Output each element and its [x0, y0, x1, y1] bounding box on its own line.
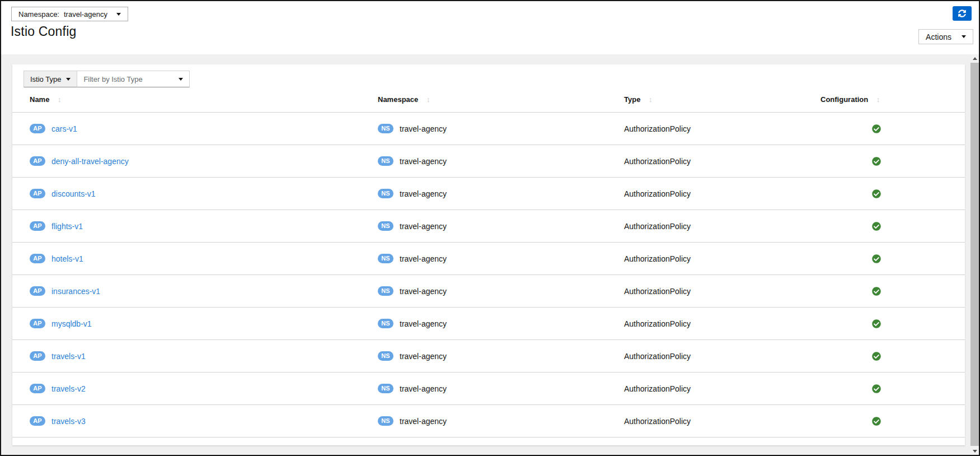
namespace-value: travel-agency	[400, 157, 447, 166]
config-type: AuthorizationPolicy	[624, 275, 820, 308]
config-type: AuthorizationPolicy	[624, 113, 820, 145]
page-title: Istio Config	[11, 24, 76, 39]
table-row: AP discounts-v1 NS travel-agency Authori…	[12, 178, 965, 210]
namespace-badge: NS	[378, 124, 393, 133]
config-name-link[interactable]: mysqldb-v1	[51, 319, 92, 328]
istio-type-badge: AP	[30, 189, 45, 198]
sync-icon	[958, 10, 966, 17]
check-circle-icon	[872, 384, 965, 393]
config-name-link[interactable]: hotels-v1	[51, 254, 83, 263]
config-name-link[interactable]: insurances-v1	[51, 287, 100, 296]
table-row: AP hotels-v1 NS travel-agency Authorizat…	[12, 243, 965, 275]
table-row: AP travels-v3 NS travel-agency Authoriza…	[12, 405, 965, 438]
namespace-value: travel-agency	[400, 124, 447, 133]
config-type: AuthorizationPolicy	[624, 243, 820, 275]
namespace-value: travel-agency	[400, 222, 447, 231]
filter-toolbar: Istio Type Filter by Istio Type	[12, 64, 965, 87]
check-circle-icon	[872, 417, 965, 426]
page-header: Namespace: travel-agency Istio Config Ac…	[1, 1, 979, 54]
check-circle-icon	[872, 254, 965, 263]
namespace-value: travel-agency	[400, 287, 447, 296]
config-name-link[interactable]: flights-v1	[51, 222, 83, 231]
namespace-value: travel-agency	[400, 384, 447, 393]
config-type: AuthorizationPolicy	[624, 340, 820, 373]
check-circle-icon	[872, 222, 965, 231]
istio-type-filter-select[interactable]: Filter by Istio Type	[77, 71, 190, 87]
istio-type-badge: AP	[30, 124, 45, 133]
app-window: Namespace: travel-agency Istio Config Ac…	[0, 0, 980, 456]
config-name-link[interactable]: cars-v1	[51, 124, 77, 133]
check-circle-icon	[872, 287, 965, 296]
namespace-badge: NS	[378, 156, 393, 166]
column-header-configuration[interactable]: Configuration ↕	[820, 87, 965, 113]
istio-type-dropdown-label: Istio Type	[30, 75, 61, 83]
istio-type-dropdown[interactable]: Istio Type	[24, 71, 77, 87]
istio-type-badge: AP	[30, 416, 45, 426]
config-type: AuthorizationPolicy	[624, 308, 820, 340]
config-type: AuthorizationPolicy	[624, 210, 820, 243]
caret-down-icon	[116, 13, 121, 16]
istio-config-card: Istio Type Filter by Istio Type Name ↕	[12, 64, 965, 445]
namespace-selector-value: travel-agency	[64, 10, 107, 18]
sort-both-icon[interactable]: ↕	[426, 95, 430, 104]
istio-type-badge: AP	[30, 156, 45, 166]
check-circle-icon	[872, 189, 965, 198]
caret-down-icon	[962, 35, 966, 38]
actions-dropdown[interactable]: Actions	[918, 29, 973, 44]
page-body: Istio Type Filter by Istio Type Name ↕	[1, 54, 979, 455]
sort-both-icon[interactable]: ↕	[649, 95, 653, 104]
namespace-badge: NS	[378, 351, 393, 361]
istio-type-badge: AP	[30, 384, 45, 393]
vertical-scrollbar[interactable]	[970, 54, 979, 455]
column-header-namespace[interactable]: Namespace ↕	[378, 87, 624, 113]
refresh-button[interactable]	[953, 6, 972, 21]
scroll-down-arrow[interactable]	[970, 447, 979, 455]
column-header-type[interactable]: Type ↕	[624, 87, 820, 113]
namespace-value: travel-agency	[400, 319, 447, 328]
table-row: AP mysqldb-v1 NS travel-agency Authoriza…	[12, 308, 965, 340]
check-circle-icon	[872, 319, 965, 328]
column-header-name[interactable]: Name ↕	[12, 87, 378, 113]
istio-config-table: Name ↕ Namespace ↕ Type ↕ Configuratio	[12, 87, 965, 438]
check-circle-icon	[872, 124, 965, 133]
table-row: AP cars-v1 NS travel-agency Authorizatio…	[12, 113, 965, 145]
filter-placeholder: Filter by Istio Type	[83, 75, 142, 83]
actions-dropdown-label: Actions	[926, 32, 951, 41]
namespace-badge: NS	[378, 384, 393, 393]
istio-type-badge: AP	[30, 254, 45, 263]
config-name-link[interactable]: travels-v2	[51, 384, 86, 393]
table-row: AP insurances-v1 NS travel-agency Author…	[12, 275, 965, 308]
check-circle-icon	[872, 352, 965, 361]
table-row: AP deny-all-travel-agency NS travel-agen…	[12, 145, 965, 178]
namespace-badge: NS	[378, 319, 393, 328]
namespace-value: travel-agency	[400, 417, 447, 426]
namespace-value: travel-agency	[400, 189, 447, 198]
scroll-up-arrow[interactable]	[970, 54, 979, 62]
config-name-link[interactable]: travels-v3	[51, 417, 86, 426]
istio-type-badge: AP	[30, 286, 45, 296]
sort-both-icon[interactable]: ↕	[876, 95, 880, 104]
config-type: AuthorizationPolicy	[624, 178, 820, 210]
sort-both-icon[interactable]: ↕	[58, 95, 62, 104]
namespace-badge: NS	[378, 189, 393, 198]
table-row: AP travels-v1 NS travel-agency Authoriza…	[12, 340, 965, 373]
caret-down-icon	[179, 78, 183, 81]
table-header-row: Name ↕ Namespace ↕ Type ↕ Configuratio	[12, 87, 965, 113]
config-name-link[interactable]: deny-all-travel-agency	[51, 157, 129, 166]
namespace-badge: NS	[378, 221, 393, 231]
scrollbar-thumb[interactable]	[970, 63, 979, 446]
istio-type-badge: AP	[30, 319, 45, 328]
table-row: AP flights-v1 NS travel-agency Authoriza…	[12, 210, 965, 243]
namespace-selector-label: Namespace:	[18, 10, 59, 18]
namespace-selector[interactable]: Namespace: travel-agency	[11, 7, 128, 21]
namespace-value: travel-agency	[400, 352, 447, 361]
namespace-badge: NS	[378, 286, 393, 296]
config-type: AuthorizationPolicy	[624, 145, 820, 178]
config-name-link[interactable]: discounts-v1	[51, 189, 96, 198]
caret-down-icon	[66, 78, 71, 81]
namespace-badge: NS	[378, 254, 393, 263]
namespace-value: travel-agency	[400, 254, 447, 263]
namespace-badge: NS	[378, 416, 393, 426]
config-name-link[interactable]: travels-v1	[51, 352, 86, 361]
config-type: AuthorizationPolicy	[624, 373, 820, 405]
